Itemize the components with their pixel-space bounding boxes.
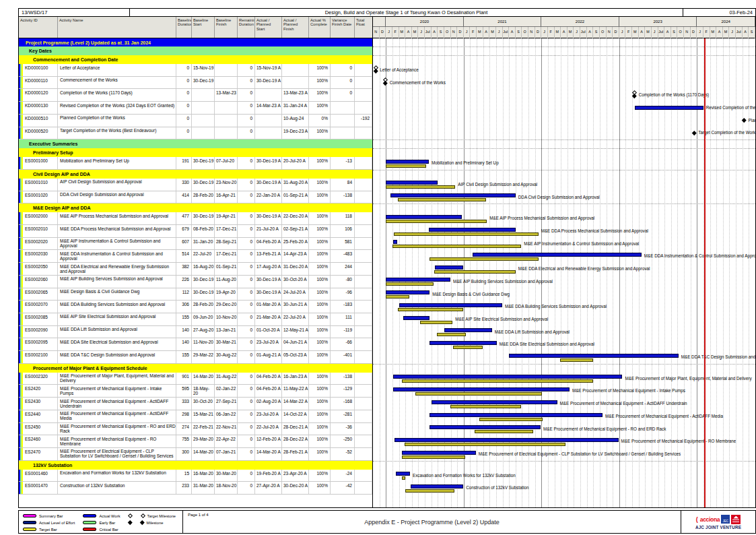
table-row: ES0002090M&E DDA Lift Submission and App… — [19, 326, 372, 339]
month-gridline — [425, 38, 425, 507]
timeline-month-cell: F — [548, 27, 555, 38]
value-cell: 100% — [309, 127, 331, 139]
activity-id-cell: KD0000110 — [19, 77, 58, 89]
timeline-month-cell: M — [412, 27, 419, 38]
section-separator-line — [373, 461, 755, 462]
month-gridline — [613, 38, 613, 507]
gantt-label: M&E DDA Instrumentation & Control Submis… — [644, 253, 755, 259]
value-cell: 0 — [238, 470, 255, 482]
gantt-bar-actual — [399, 303, 502, 307]
value-cell — [255, 89, 282, 101]
print-date: 03-Feb-24 — [683, 9, 755, 16]
activity-id-cell: ES0002085 — [19, 313, 58, 325]
value-cell: 17-Dec-21 — [215, 250, 238, 262]
value-cell: 30-Dec-19 A — [255, 77, 282, 89]
gantt-bar-actual — [396, 472, 409, 476]
target-milestone-icon — [128, 513, 133, 518]
value-cell: 02-Sep-21 A — [282, 225, 309, 237]
value-cell: 0 — [238, 326, 255, 338]
timeline-month-cell: Jul — [736, 27, 743, 38]
value-cell: 01-Mar-20 A — [255, 301, 282, 313]
timeline-month-cell: M — [710, 27, 717, 38]
footer-middle: Page 1 of 4 Appendix E - Project Program… — [183, 511, 681, 533]
gantt-label: Commencement of the Works — [390, 80, 446, 86]
value-cell: 16-Jan-23 A — [282, 373, 309, 385]
timeline-month-cell: A — [405, 27, 412, 38]
table-row: ES2430M&E Procurement of Mechanical Equi… — [19, 398, 372, 410]
value-cell: 14-Oct-22 A — [282, 410, 309, 422]
timeline-month-cell: O — [677, 27, 684, 38]
value-cell: 19-Apr-20 — [215, 288, 238, 301]
value-cell — [355, 288, 372, 301]
value-cell: 100% — [309, 435, 331, 447]
value-cell: 100% — [309, 326, 331, 338]
activity-id-cell: ES0002030 — [19, 250, 58, 262]
month-gridline — [548, 38, 549, 507]
gantt-label: M&E DDA Lift Submission and Approval — [495, 329, 570, 335]
section-separator-line — [373, 46, 755, 47]
month-gridline — [418, 38, 419, 507]
table-row: ES0001470Construction of 132kV Substatio… — [19, 482, 372, 495]
gantt-bar-target — [402, 379, 593, 383]
timeline-month-cell: O — [522, 27, 528, 38]
gantt-bar-actual — [435, 265, 464, 270]
timeline-month-cell: J — [697, 27, 703, 38]
value-cell: 30-Dec-19 — [192, 288, 215, 301]
legend-swatch — [23, 521, 36, 524]
group-strip — [22, 326, 23, 338]
acciona-swoosh-icon: ( — [696, 516, 698, 523]
value-cell: 755 — [176, 435, 192, 447]
table-row: ES0002030M&E DDA Instrumentation & Contr… — [19, 250, 372, 263]
value-cell — [355, 102, 372, 114]
value-cell: -168 — [331, 398, 355, 410]
milestone-icon — [692, 131, 696, 135]
value-cell: 30-Oct-20 A — [282, 276, 309, 288]
value-cell: 19-Dec-23 A — [282, 127, 309, 139]
gantt-label: M&E Procurement of Mechanical Equipment … — [560, 401, 687, 406]
value-cell: 330 — [176, 179, 192, 191]
value-cell — [355, 250, 372, 262]
activity-id-cell: ES0001000 — [19, 157, 58, 169]
gantt-label: M&E AIP Process Mechanical Submission an… — [489, 216, 594, 221]
timeline-month-cell: Jul — [580, 27, 587, 38]
value-cell: 17-Dec-21 — [215, 225, 238, 237]
value-cell: 0 — [238, 64, 255, 76]
group-strip — [22, 250, 23, 262]
value-cell: -192 — [355, 115, 372, 127]
value-cell: 30-Dec-19 A — [255, 276, 282, 288]
value-cell: 24-Jul-20 A — [282, 288, 309, 301]
value-cell: 514 — [176, 250, 192, 262]
value-cell: 13-Jan-21 — [215, 326, 238, 338]
column-header: Actual / PlannedStart — [255, 17, 282, 38]
value-cell: 100% — [309, 179, 331, 191]
table-row: ES2470M&E Procurement of Electrical Equi… — [19, 448, 372, 461]
value-cell: 30-Dec-19 — [192, 276, 215, 288]
timeline-month-cell: D — [380, 27, 386, 38]
value-cell: 13-Feb-21 A — [255, 250, 282, 262]
value-cell: 10-Aug-24 — [282, 115, 309, 127]
value-cell: -138 — [331, 191, 355, 203]
value-cell: 0 — [238, 263, 255, 275]
gantt-bar-target — [386, 282, 434, 286]
gantt-bar-target — [402, 476, 405, 480]
value-cell: 14-Mar-20 — [192, 373, 215, 385]
value-cell: 274 — [176, 423, 192, 435]
value-cell — [355, 423, 372, 435]
legend-item: Summary Bar — [23, 513, 75, 518]
gantt-bar-target — [453, 346, 483, 349]
acciona-logo: acciona — [700, 516, 720, 523]
timeline-month-cell: F — [470, 27, 477, 38]
gantt-bar-target — [560, 358, 592, 362]
gantt-bar-target — [386, 164, 426, 168]
timeline-month-cell: O — [600, 27, 607, 38]
value-cell: 0 — [238, 482, 255, 494]
gantt-bar-target — [434, 270, 515, 274]
gantt-bar-actual — [403, 316, 429, 320]
activity-id-cell: ES2440 — [19, 410, 58, 422]
year-gridline — [541, 38, 542, 507]
value-cell: 414 — [176, 191, 192, 203]
main-area: Activity IDActivity NameBaselineDuration… — [18, 17, 756, 508]
value-cell — [192, 89, 215, 101]
group-strip — [22, 127, 23, 139]
column-header: Activity Name — [58, 17, 176, 38]
